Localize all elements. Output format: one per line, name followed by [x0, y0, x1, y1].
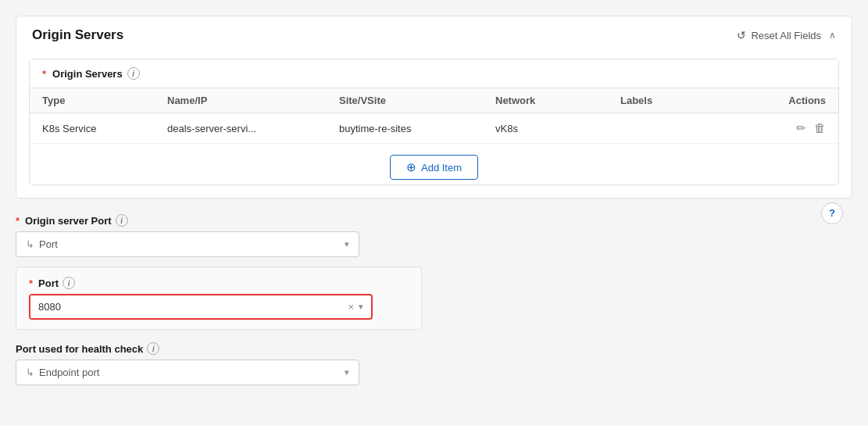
health-check-select-icon: ↳ — [26, 367, 34, 378]
origin-server-port-group: * Origin server Port i ↳ Port ▾ * Port i — [16, 214, 852, 330]
port-select[interactable]: ↳ Port ▾ — [16, 231, 359, 257]
health-check-info-icon[interactable]: i — [147, 342, 159, 355]
add-item-plus-icon: ⊕ — [406, 160, 416, 174]
cell-network: vK8s — [495, 123, 620, 134]
port-field-label: * Port i — [29, 277, 409, 289]
inner-origin-servers-section: * Origin Servers i Type Name/IP Site/VSi… — [29, 59, 839, 185]
table-row: K8s Service deals-server-servi... buytim… — [30, 113, 838, 144]
health-check-label: Port used for health check i — [16, 342, 852, 355]
cell-sitevsite: buytime-re-sites — [339, 123, 495, 134]
cell-actions: ✏ 🗑 — [745, 121, 826, 135]
edit-icon[interactable]: ✏ — [796, 121, 806, 135]
health-check-group: Port used for health check i ↳ Endpoint … — [16, 342, 852, 385]
health-check-chevron: ▾ — [345, 367, 349, 378]
reset-icon: ↺ — [737, 29, 746, 41]
port-info-icon[interactable]: i — [116, 214, 128, 227]
port-select-placeholder: Port — [39, 238, 58, 250]
health-check-select[interactable]: ↳ Endpoint port ▾ — [16, 360, 359, 385]
port-input-box: 8080 × ▾ — [29, 294, 373, 320]
delete-icon[interactable]: 🗑 — [814, 121, 826, 135]
reset-all-fields-button[interactable]: ↺ Reset All Fields — [737, 29, 821, 41]
add-item-row: ⊕ Add Item — [30, 144, 838, 184]
port-required-star: * — [16, 215, 20, 227]
inner-section-info-icon[interactable]: i — [127, 67, 140, 80]
col-actions: Actions — [745, 95, 826, 106]
port-field-required: * — [29, 277, 33, 289]
cell-nameip: deals-server-servi... — [167, 123, 339, 134]
col-network: Network — [495, 95, 620, 106]
port-subfield: * Port i 8080 × ▾ — [16, 267, 422, 330]
inner-section-header: * Origin Servers i — [30, 59, 838, 88]
port-clear-icon[interactable]: × — [348, 301, 354, 313]
port-field-label-text: Port — [38, 277, 59, 289]
port-field-info-icon[interactable]: i — [63, 277, 75, 289]
port-label-text: Origin server Port — [25, 215, 112, 227]
health-check-placeholder: Endpoint port — [39, 367, 99, 378]
help-button[interactable]: ? — [821, 202, 843, 224]
port-select-chevron: ▾ — [345, 239, 349, 249]
col-sitevsite: Site/VSite — [339, 95, 495, 106]
fields-section: * Origin server Port i ↳ Port ▾ * Port i — [16, 214, 852, 385]
port-select-icon: ↳ — [26, 238, 34, 250]
add-item-button[interactable]: ⊕ Add Item — [390, 155, 478, 180]
required-star: * — [42, 68, 46, 80]
cell-type: K8s Service — [42, 123, 167, 134]
health-check-label-text: Port used for health check — [16, 343, 143, 355]
section-title: Origin Servers — [32, 27, 123, 43]
table-header: Type Name/IP Site/VSite Network Labels A… — [30, 88, 838, 113]
inner-section-title: Origin Servers — [52, 68, 123, 80]
section-header: Origin Servers ↺ Reset All Fields ∧ — [16, 16, 852, 51]
port-actions: × ▾ — [348, 301, 366, 313]
col-labels: Labels — [620, 95, 745, 106]
origin-servers-card: Origin Servers ↺ Reset All Fields ∧ * Or… — [16, 16, 852, 199]
origin-server-port-label: * Origin server Port i — [16, 214, 852, 227]
col-type: Type — [42, 95, 167, 106]
port-value[interactable]: 8080 — [30, 295, 69, 318]
collapse-icon[interactable]: ∧ — [829, 30, 836, 41]
reset-label: Reset All Fields — [751, 30, 821, 41]
add-item-label: Add Item — [421, 162, 462, 174]
port-chevron-icon[interactable]: ▾ — [359, 302, 363, 312]
page: Origin Servers ↺ Reset All Fields ∧ * Or… — [0, 0, 868, 426]
col-nameip: Name/IP — [167, 95, 339, 106]
origin-servers-table: Type Name/IP Site/VSite Network Labels A… — [30, 88, 838, 144]
